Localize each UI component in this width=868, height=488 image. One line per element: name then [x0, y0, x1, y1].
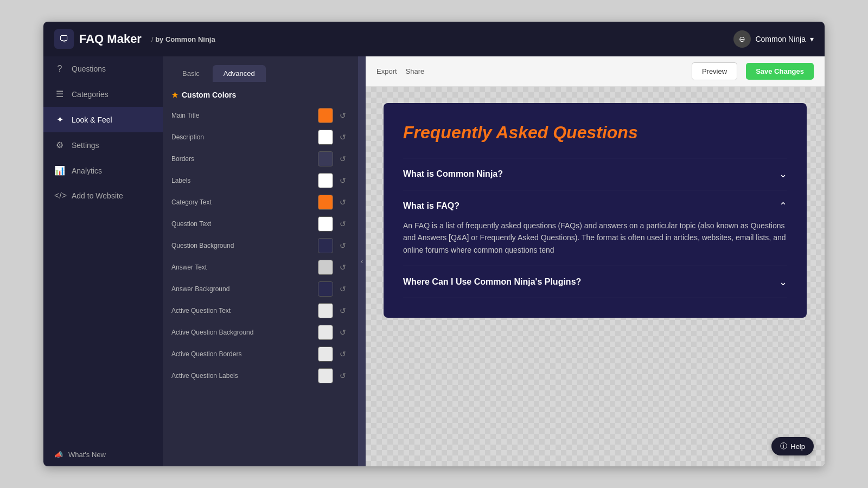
faq-widget: Frequently Asked Questions What is Commo…: [384, 103, 807, 318]
whats-new-icon: 📣: [54, 451, 63, 459]
faq-chevron-1: ⌄: [779, 168, 787, 180]
faq-question-row-2[interactable]: What is FAQ? ⌃: [403, 200, 787, 212]
color-label-answer-background: Answer Background: [171, 285, 318, 293]
color-label-main-title: Main Title: [171, 112, 318, 119]
help-button[interactable]: ⓘ Help: [771, 437, 814, 455]
color-reset-category-text[interactable]: ↺: [336, 196, 349, 209]
color-swatch-question-text[interactable]: [318, 216, 333, 232]
categories-icon: ☰: [54, 89, 65, 99]
sidebar-item-label: Analytics: [72, 166, 102, 175]
by-text: by: [155, 35, 163, 43]
preview-toolbar: Export Share Preview Save Changes: [366, 56, 825, 87]
color-reset-active-question-borders[interactable]: ↺: [336, 348, 349, 361]
color-swatch-labels[interactable]: [318, 173, 333, 188]
color-label-question-background: Question Background: [171, 242, 318, 249]
color-row-labels: Labels↺: [171, 173, 349, 188]
panel-tabs: Basic Advanced: [163, 56, 358, 82]
sidebar-item-questions[interactable]: ? Questions: [43, 56, 163, 81]
dropdown-icon: ▾: [810, 35, 814, 43]
settings-icon: ⚙: [54, 140, 65, 150]
color-row-active-question-labels: Active Question Labels↺: [171, 368, 349, 383]
color-label-category-text: Category Text: [171, 198, 318, 206]
color-row-description: Description↺: [171, 130, 349, 145]
main-layout: ? Questions ☰ Categories ✦ Look & Feel ⚙…: [43, 56, 825, 466]
share-link[interactable]: Share: [406, 67, 425, 75]
faq-title: Frequently Asked Questions: [403, 123, 787, 143]
color-reset-active-question-background[interactable]: ↺: [336, 326, 349, 339]
brand-name: Common Ninja: [165, 35, 215, 43]
save-changes-button[interactable]: Save Changes: [746, 63, 814, 80]
sidebar-item-categories[interactable]: ☰ Categories: [43, 81, 163, 107]
sidebar-item-settings[interactable]: ⚙ Settings: [43, 132, 163, 158]
faq-question-row-3[interactable]: Where Can I Use Common Ninja's Plugins? …: [403, 276, 787, 288]
color-reset-main-title[interactable]: ↺: [336, 109, 349, 122]
color-label-active-question-labels: Active Question Labels: [171, 372, 318, 380]
user-menu[interactable]: ⊖ Common Ninja ▾: [733, 30, 814, 48]
sidebar-item-analytics[interactable]: 📊 Analytics: [43, 158, 163, 183]
faq-question-row-1[interactable]: What is Common Ninja? ⌄: [403, 168, 787, 180]
sidebar: ? Questions ☰ Categories ✦ Look & Feel ⚙…: [43, 56, 163, 466]
panel-collapse-handle[interactable]: ‹: [358, 56, 366, 466]
tab-advanced[interactable]: Advanced: [213, 65, 266, 82]
faq-item-3: Where Can I Use Common Ninja's Plugins? …: [403, 266, 787, 298]
color-swatch-answer-background[interactable]: [318, 281, 333, 297]
color-row-question-text: Question Text↺: [171, 216, 349, 232]
color-row-active-question-borders: Active Question Borders↺: [171, 346, 349, 362]
color-label-active-question-text: Active Question Text: [171, 307, 318, 314]
export-link[interactable]: Export: [376, 67, 397, 75]
user-name: Common Ninja: [755, 35, 806, 43]
color-swatch-borders[interactable]: [318, 151, 333, 166]
color-swatch-question-background[interactable]: [318, 238, 333, 253]
color-swatch-active-question-labels[interactable]: [318, 368, 333, 383]
whats-new-item[interactable]: 📣 What's New: [43, 443, 163, 466]
color-row-question-background: Question Background↺: [171, 238, 349, 253]
sidebar-item-label: Categories: [72, 90, 108, 99]
color-label-answer-text: Answer Text: [171, 264, 318, 271]
whats-new-label: What's New: [68, 451, 106, 459]
color-reset-labels[interactable]: ↺: [336, 174, 349, 187]
tab-basic[interactable]: Basic: [171, 65, 210, 82]
faq-chevron-3: ⌄: [779, 276, 787, 288]
analytics-icon: 📊: [54, 165, 65, 176]
color-label-active-question-background: Active Question Background: [171, 329, 318, 336]
color-row-active-question-text: Active Question Text↺: [171, 303, 349, 318]
faq-question-2: What is FAQ?: [403, 201, 459, 211]
help-label: Help: [790, 442, 805, 451]
star-icon: ★: [171, 91, 178, 99]
user-icon: ⊖: [733, 30, 751, 48]
app-title: FAQ Maker: [79, 32, 142, 46]
color-reset-active-question-labels[interactable]: ↺: [336, 369, 349, 382]
sidebar-item-label: Settings: [72, 141, 99, 150]
color-swatch-answer-text[interactable]: [318, 260, 333, 275]
color-swatch-active-question-text[interactable]: [318, 303, 333, 318]
faq-item-1: What is Common Ninja? ⌄: [403, 158, 787, 190]
color-label-description: Description: [171, 133, 318, 141]
sidebar-item-add-to-website[interactable]: </> Add to Website: [43, 183, 163, 208]
color-swatch-description[interactable]: [318, 130, 333, 145]
color-swatch-active-question-borders[interactable]: [318, 346, 333, 362]
color-reset-question-text[interactable]: ↺: [336, 217, 349, 230]
color-reset-active-question-text[interactable]: ↺: [336, 304, 349, 317]
app-header: 🗨 FAQ Maker / by Common Ninja ⊖ Common N…: [43, 22, 825, 56]
color-row-category-text: Category Text↺: [171, 195, 349, 210]
color-row-borders: Borders↺: [171, 151, 349, 166]
color-swatch-category-text[interactable]: [318, 195, 333, 210]
color-row-answer-background: Answer Background↺: [171, 281, 349, 297]
faq-answer-2: An FAQ is a list of frequently asked que…: [403, 220, 787, 256]
by-label: / by Common Ninja: [151, 35, 215, 43]
sidebar-item-look-feel[interactable]: ✦ Look & Feel: [43, 107, 163, 132]
color-reset-description[interactable]: ↺: [336, 131, 349, 144]
color-label-borders: Borders: [171, 155, 318, 163]
color-reset-answer-background[interactable]: ↺: [336, 282, 349, 296]
preview-button[interactable]: Preview: [692, 62, 737, 80]
color-row-main-title: Main Title↺: [171, 108, 349, 123]
look-feel-icon: ✦: [54, 114, 65, 125]
color-label-active-question-borders: Active Question Borders: [171, 350, 318, 358]
faq-question-3: Where Can I Use Common Ninja's Plugins?: [403, 277, 581, 287]
color-reset-answer-text[interactable]: ↺: [336, 261, 349, 274]
color-reset-question-background[interactable]: ↺: [336, 239, 349, 252]
color-swatch-main-title[interactable]: [318, 108, 333, 123]
color-reset-borders[interactable]: ↺: [336, 152, 349, 165]
preview-pane: Export Share Preview Save Changes Freque…: [366, 56, 825, 466]
color-swatch-active-question-background[interactable]: [318, 325, 333, 340]
